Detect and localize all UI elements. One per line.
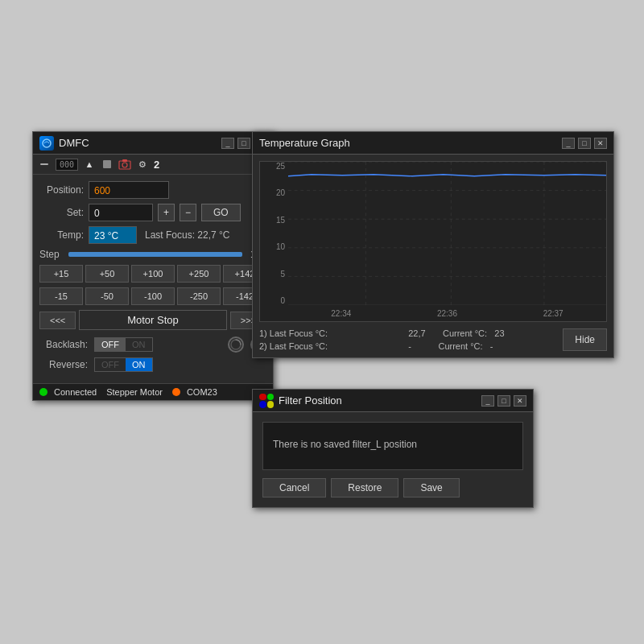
reverse-label: Reverse: bbox=[39, 359, 88, 370]
y-label-10: 10 bbox=[276, 242, 285, 251]
temperature-chart: 25 20 15 10 5 0 bbox=[259, 161, 607, 322]
cancel-button[interactable]: Cancel bbox=[262, 478, 326, 497]
filter-button-row: Cancel Restore Save bbox=[262, 478, 523, 497]
y-label-15: 15 bbox=[276, 216, 285, 225]
y-label-0: 0 bbox=[280, 296, 285, 305]
backlash-toggle[interactable]: OFF ON bbox=[94, 337, 153, 352]
y-label-25: 25 bbox=[276, 162, 285, 171]
step-plus-50-button[interactable]: +50 bbox=[85, 265, 129, 283]
toolbar-channel-num: 2 bbox=[154, 159, 159, 171]
spin-icon-1 bbox=[228, 336, 244, 353]
y-label-20: 20 bbox=[276, 188, 285, 197]
temp-value: 23 °C bbox=[89, 226, 137, 244]
backlash-row: Backlash: OFF ON bbox=[39, 336, 266, 353]
filter-logo-blue bbox=[259, 401, 266, 408]
set-input[interactable]: 0 bbox=[89, 204, 153, 221]
svg-rect-1 bbox=[40, 163, 48, 165]
y-label-5: 5 bbox=[280, 270, 285, 279]
filter-title-group: Filter Position bbox=[259, 394, 342, 408]
dmfc-minimize-button[interactable]: _ bbox=[221, 138, 234, 149]
filter-logo-red bbox=[259, 394, 266, 401]
position-row: Position: 600 bbox=[39, 181, 266, 199]
chart-y-labels: 25 20 15 10 5 0 bbox=[260, 162, 288, 305]
go-button[interactable]: GO bbox=[201, 204, 241, 221]
temp-label: Temp: bbox=[39, 229, 84, 241]
set-row: Set: 0 + − GO bbox=[39, 204, 266, 221]
step-minus-100-button[interactable]: -100 bbox=[131, 287, 175, 305]
last-focus-1-current: 22,7 Current °C: 23 bbox=[401, 328, 540, 338]
dmfc-window: DMFC _ □ ✕ 000 ▲ ⚙ 2 Position: 600 bbox=[32, 131, 274, 401]
backlash-off-option[interactable]: OFF bbox=[95, 338, 126, 351]
toolbar-square-icon[interactable] bbox=[101, 158, 114, 171]
save-button[interactable]: Save bbox=[403, 478, 459, 497]
step-minus-15-button[interactable]: -15 bbox=[39, 287, 83, 305]
filter-logo-green bbox=[267, 394, 275, 401]
dmfc-maximize-button[interactable]: □ bbox=[237, 138, 250, 149]
step-plus-15-button[interactable]: +15 bbox=[39, 265, 83, 283]
dmfc-logo-icon bbox=[39, 136, 54, 151]
filter-message: There is no saved filter_L position bbox=[262, 422, 523, 470]
svg-rect-5 bbox=[122, 159, 127, 162]
filter-logo-yellow bbox=[267, 401, 275, 408]
connection-status-dot bbox=[39, 388, 47, 396]
step-plus-100-button[interactable]: +100 bbox=[131, 265, 175, 283]
step-slider[interactable] bbox=[68, 252, 242, 257]
last-focus-2-label: 2) Last Focus °C: bbox=[259, 341, 398, 351]
port-text: COM23 bbox=[187, 387, 217, 397]
step-row: Step 142 bbox=[39, 249, 266, 260]
temp-maximize-button[interactable]: □ bbox=[578, 138, 591, 149]
toolbar-up-icon[interactable]: ▲ bbox=[83, 158, 96, 171]
filter-maximize-button[interactable]: □ bbox=[497, 395, 510, 407]
svg-point-4 bbox=[122, 163, 127, 167]
last-focus-2-current: - Current °C: - bbox=[401, 341, 540, 351]
temp-minimize-button[interactable]: _ bbox=[562, 138, 575, 149]
temp-title-text: Temperature Graph bbox=[259, 137, 350, 149]
motor-stop-button[interactable]: Motor Stop bbox=[79, 310, 226, 330]
x-label-3: 22:37 bbox=[543, 309, 564, 318]
reverse-off-option[interactable]: OFF bbox=[95, 358, 126, 371]
reverse-on-option[interactable]: ON bbox=[126, 358, 152, 371]
temp-window-controls: _ □ ✕ bbox=[562, 138, 607, 149]
filter-window-controls: _ □ ✕ bbox=[481, 395, 526, 407]
step-minus-50-button[interactable]: -50 bbox=[85, 287, 129, 305]
step-label: Step bbox=[39, 249, 64, 260]
filter-content: There is no saved filter_L position Canc… bbox=[253, 412, 533, 507]
toolbar-wrench-icon[interactable] bbox=[38, 158, 51, 171]
dmfc-title-text: DMFC bbox=[59, 137, 89, 149]
dmfc-content: Position: 600 Set: 0 + − GO Temp: 23 °C … bbox=[33, 175, 273, 383]
step-minus-250-button[interactable]: -250 bbox=[177, 287, 221, 305]
backlash-label: Backlash: bbox=[39, 339, 88, 350]
step-plus-250-button[interactable]: +250 bbox=[177, 265, 221, 283]
increment-button[interactable]: + bbox=[158, 204, 175, 221]
reverse-toggle[interactable]: OFF ON bbox=[94, 357, 153, 372]
toolbar-gear-icon[interactable]: ⚙ bbox=[136, 158, 149, 171]
reverse-row: Reverse: OFF ON bbox=[39, 357, 266, 372]
temp-titlebar: Temperature Graph _ □ ✕ bbox=[253, 132, 613, 155]
dmfc-status-bar: Connected Stepper Motor COM23 bbox=[33, 383, 273, 400]
last-focus-value: Last Focus: 22,7 °C bbox=[145, 229, 230, 241]
decrement-button[interactable]: − bbox=[180, 204, 196, 221]
x-label-2: 22:36 bbox=[437, 309, 457, 318]
filter-close-button[interactable]: ✕ bbox=[514, 395, 526, 407]
position-value: 600 bbox=[89, 181, 169, 199]
hide-button[interactable]: Hide bbox=[563, 328, 607, 351]
port-status-dot bbox=[172, 388, 180, 396]
chart-x-labels: 22:34 22:36 22:37 bbox=[288, 305, 606, 321]
temp-content: 25 20 15 10 5 0 bbox=[253, 155, 613, 357]
svg-point-0 bbox=[43, 139, 51, 147]
temperature-graph-window: Temperature Graph _ □ ✕ 25 20 15 10 5 0 bbox=[252, 131, 614, 358]
motor-type-text: Stepper Motor bbox=[106, 387, 163, 397]
position-label: Position: bbox=[39, 184, 84, 196]
dmfc-toolbar: 000 ▲ ⚙ 2 bbox=[33, 155, 273, 175]
backlash-on-option[interactable]: ON bbox=[126, 338, 152, 351]
filter-minimize-button[interactable]: _ bbox=[481, 395, 494, 407]
motor-control-row: <<< Motor Stop >>> bbox=[39, 310, 266, 330]
svg-rect-2 bbox=[103, 160, 111, 168]
toolbar-camera-icon[interactable] bbox=[118, 158, 131, 171]
nav-left-button[interactable]: <<< bbox=[39, 312, 76, 329]
restore-button[interactable]: Restore bbox=[331, 478, 398, 497]
set-label: Set: bbox=[39, 207, 84, 218]
seg-display: 000 bbox=[56, 159, 78, 171]
connection-status-text: Connected bbox=[54, 387, 97, 397]
temp-close-button[interactable]: ✕ bbox=[594, 138, 607, 149]
